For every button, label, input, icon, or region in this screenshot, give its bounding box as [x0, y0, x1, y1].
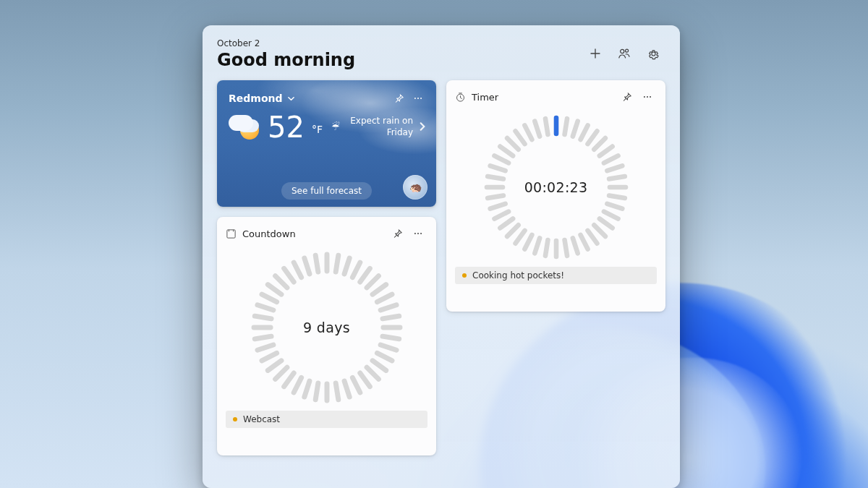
- app-icon: [455, 92, 466, 103]
- svg-point-52: [650, 96, 651, 98]
- svg-rect-5: [227, 229, 235, 237]
- more-button[interactable]: [409, 224, 427, 243]
- timer-status-label: Cooking hot pockets!: [472, 270, 564, 281]
- pin-icon: [394, 93, 404, 103]
- weather-unit: °F: [312, 124, 323, 135]
- timer-value: 00:02:23: [484, 115, 629, 260]
- account-button[interactable]: [612, 41, 637, 66]
- plus-icon: [590, 48, 601, 59]
- more-icon: [413, 228, 423, 239]
- svg-point-7: [417, 233, 419, 234]
- weather-news-badge[interactable]: 🦔: [403, 175, 427, 200]
- svg-point-3: [417, 98, 419, 99]
- more-button[interactable]: [638, 87, 657, 106]
- timer-card: Timer 00:02:23: [446, 80, 665, 312]
- weather-location-dropdown[interactable]: Redmond: [229, 93, 295, 104]
- svg-point-2: [414, 98, 416, 99]
- chevron-right-icon: [417, 121, 427, 132]
- countdown-card: Countdown 9 days: [217, 217, 436, 455]
- weather-location-label: Redmond: [229, 93, 283, 104]
- weather-condition-icon: [229, 111, 262, 144]
- pin-icon: [393, 228, 403, 239]
- timer-status: Cooking hot pockets!: [455, 267, 657, 284]
- status-dot-icon: [233, 417, 237, 421]
- panel-header: October 2 Good morning: [217, 38, 665, 70]
- svg-point-50: [644, 96, 645, 98]
- more-button[interactable]: [409, 89, 427, 108]
- pin-icon: [622, 92, 632, 102]
- timer-dial: 00:02:23: [484, 115, 629, 260]
- countdown-dial: 9 days: [251, 252, 403, 403]
- gear-icon: [647, 48, 660, 60]
- more-icon: [413, 93, 423, 103]
- more-icon: [642, 92, 652, 102]
- chevron-down-icon: [287, 95, 295, 103]
- see-forecast-button[interactable]: See full forecast: [281, 182, 372, 200]
- forecast-next-button[interactable]: [417, 119, 427, 135]
- status-dot-icon: [462, 273, 467, 278]
- timer-title: Timer: [472, 92, 498, 103]
- countdown-value: 9 days: [251, 252, 403, 403]
- weather-temperature: 52: [268, 113, 305, 142]
- svg-point-51: [647, 96, 648, 98]
- add-widget-button[interactable]: [583, 41, 608, 66]
- svg-point-4: [420, 98, 422, 99]
- pin-button[interactable]: [390, 89, 409, 108]
- countdown-status: Webcast: [226, 411, 427, 428]
- settings-button[interactable]: [641, 41, 665, 66]
- pin-button[interactable]: [388, 224, 407, 243]
- pin-button[interactable]: [618, 87, 637, 106]
- svg-point-8: [420, 233, 422, 234]
- countdown-status-label: Webcast: [243, 414, 280, 424]
- header-greeting: Good morning: [217, 50, 355, 70]
- rain-icon: ☔: [331, 121, 340, 134]
- svg-point-1: [626, 49, 629, 52]
- people-icon: [618, 47, 631, 60]
- widgets-panel: October 2 Good morning Redmond: [203, 25, 680, 488]
- countdown-title: Countdown: [242, 228, 296, 239]
- header-date: October 2: [217, 38, 355, 48]
- svg-point-6: [414, 233, 416, 234]
- app-icon: [226, 228, 237, 239]
- weather-card[interactable]: Redmond 52 °F: [217, 80, 436, 207]
- weather-note: Expect rain on Friday: [344, 116, 413, 138]
- svg-point-0: [621, 49, 624, 53]
